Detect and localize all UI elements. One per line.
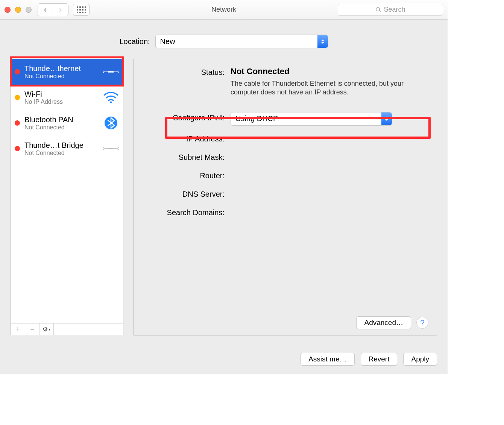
service-name: Thunde…thernet xyxy=(24,64,98,73)
service-name: Wi-Fi xyxy=(24,90,98,99)
service-status: Not Connected xyxy=(24,73,98,80)
location-select[interactable]: New xyxy=(155,35,328,48)
apply-button[interactable]: Apply xyxy=(403,353,437,366)
status-dot-icon xyxy=(15,95,20,100)
bluetooth-icon xyxy=(103,116,119,130)
assist-me-button[interactable]: Assist me… xyxy=(301,353,354,366)
show-all-prefs-button[interactable] xyxy=(73,4,90,16)
fullscreen-window-button[interactable] xyxy=(26,7,32,13)
dropdown-stepper-icon xyxy=(317,35,328,48)
ip-address-value xyxy=(231,135,428,143)
forward-button[interactable]: › xyxy=(53,4,68,16)
router-value xyxy=(231,172,428,180)
dns-server-label: DNS Server: xyxy=(142,190,225,199)
help-button[interactable]: ? xyxy=(416,317,428,329)
service-detail-panel: Status: Not Connected The cable for Thun… xyxy=(133,59,437,335)
configure-ipv4-label: Configure IPv4: xyxy=(142,112,225,126)
chevron-left-icon: ‹ xyxy=(44,6,47,14)
grid-icon xyxy=(77,6,86,13)
search-input[interactable]: Search xyxy=(338,4,443,16)
configure-ipv4-value: Using DHCP xyxy=(235,114,278,123)
traffic-lights xyxy=(5,7,32,13)
window-titlebar: ‹ › Network Search xyxy=(0,0,448,20)
service-item-wifi[interactable]: Wi-Fi No IP Address xyxy=(11,85,123,110)
ethernet-icon xyxy=(103,143,119,154)
ip-address-label: IP Address: xyxy=(142,135,225,143)
status-description: The cable for Thunderbolt Ethernet is co… xyxy=(231,79,404,97)
subnet-mask-value xyxy=(231,153,428,162)
status-dot-icon xyxy=(15,146,20,151)
nav-buttons: ‹ › xyxy=(38,3,68,16)
action-bar: Assist me… Revert Apply xyxy=(0,344,448,374)
chevron-right-icon: › xyxy=(59,6,62,14)
svg-point-1 xyxy=(111,71,112,73)
service-name: Thunde…t Bridge xyxy=(24,141,98,150)
chevron-down-icon: ▾ xyxy=(49,327,50,331)
remove-service-button[interactable]: − xyxy=(25,323,39,335)
search-domains-value xyxy=(231,208,428,217)
add-service-button[interactable]: + xyxy=(11,323,25,335)
back-button[interactable]: ‹ xyxy=(38,4,53,16)
wifi-icon xyxy=(103,91,119,103)
service-status: Not Connected xyxy=(24,124,98,131)
location-row: Location: New xyxy=(0,20,448,59)
sidebar-footer: + − ⚙︎▾ xyxy=(11,323,123,335)
subnet-mask-label: Subnet Mask: xyxy=(142,153,225,162)
advanced-button[interactable]: Advanced… xyxy=(356,316,411,329)
status-dot-icon xyxy=(15,69,20,74)
svg-point-3 xyxy=(110,101,112,103)
dropdown-stepper-icon xyxy=(381,112,392,125)
network-services-list: Thunde…thernet Not Connected Wi-Fi No IP… xyxy=(11,59,123,323)
svg-point-0 xyxy=(108,71,109,73)
service-status: No IP Address xyxy=(24,99,98,105)
gear-icon: ⚙︎ xyxy=(43,326,48,333)
search-placeholder: Search xyxy=(384,6,405,14)
dns-server-value xyxy=(231,190,428,199)
service-status: Not Connected xyxy=(24,150,98,156)
minimize-window-button[interactable] xyxy=(15,7,21,13)
svg-point-7 xyxy=(112,148,114,149)
search-icon xyxy=(375,7,381,13)
service-options-button[interactable]: ⚙︎▾ xyxy=(39,323,54,335)
service-item-thunderbolt-ethernet[interactable]: Thunde…thernet Not Connected xyxy=(11,59,123,85)
router-label: Router: xyxy=(142,172,225,180)
status-label: Status: xyxy=(142,67,225,97)
content-area: Thunde…thernet Not Connected Wi-Fi No IP… xyxy=(0,59,448,344)
service-item-thunderbolt-bridge[interactable]: Thunde…t Bridge Not Connected xyxy=(11,136,123,161)
close-window-button[interactable] xyxy=(5,7,11,13)
configure-ipv4-select[interactable]: Using DHCP xyxy=(231,112,392,126)
location-value: New xyxy=(160,37,175,46)
svg-point-6 xyxy=(111,148,112,149)
svg-point-2 xyxy=(112,71,114,73)
help-icon: ? xyxy=(420,319,424,327)
service-item-bluetooth-pan[interactable]: Bluetooth PAN Not Connected xyxy=(11,110,123,136)
svg-point-5 xyxy=(108,148,109,149)
revert-button[interactable]: Revert xyxy=(361,353,398,366)
service-name: Bluetooth PAN xyxy=(24,115,98,124)
ethernet-icon xyxy=(103,66,119,77)
location-label: Location: xyxy=(119,37,150,46)
status-dot-icon xyxy=(15,120,20,126)
status-value: Not Connected xyxy=(231,67,428,76)
search-domains-label: Search Domains: xyxy=(142,208,225,217)
